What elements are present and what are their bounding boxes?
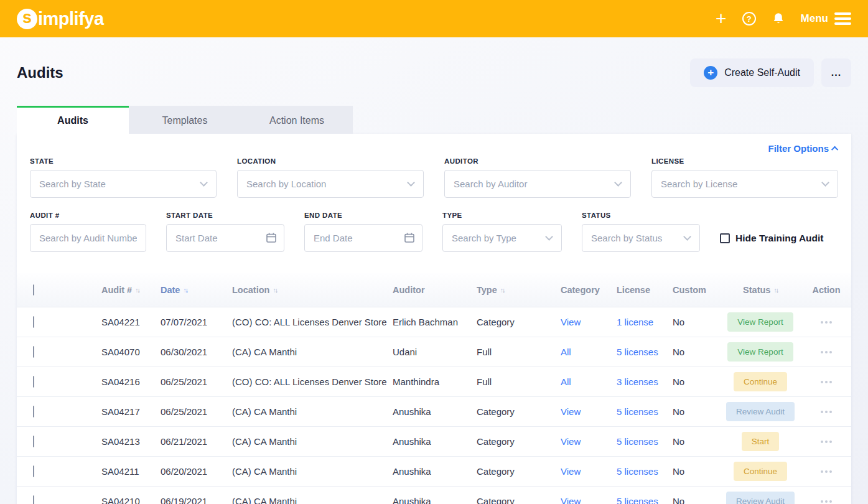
audit-number-cell: SA04211	[101, 466, 161, 477]
sort-icon[interactable]: ↑↓	[500, 287, 505, 294]
sort-icon[interactable]: ↑↓	[183, 287, 187, 294]
location-label: LOCATION	[237, 157, 424, 165]
audit-number-cell: SA04213	[101, 436, 161, 447]
status-button[interactable]: Review Audit	[726, 402, 795, 421]
create-self-audit-button[interactable]: + Create Self-Audit	[690, 58, 814, 87]
row-actions-icon[interactable]	[819, 497, 833, 504]
row-checkbox[interactable]	[33, 316, 34, 328]
status-button[interactable]: View Report	[727, 312, 793, 332]
column-header-status[interactable]: Status ↑↓	[719, 285, 801, 295]
end-date-label: END DATE	[304, 212, 422, 219]
column-header-location[interactable]: Location ↑↓	[232, 285, 393, 295]
category-link[interactable]: View	[561, 406, 581, 417]
type-select[interactable]	[442, 224, 562, 252]
location-cell: (CA) CA Manthi	[232, 406, 393, 417]
hide-training-audit-checkbox[interactable]: Hide Training Audit	[720, 233, 824, 244]
row-actions-icon[interactable]	[819, 467, 833, 477]
row-actions-icon[interactable]	[819, 317, 833, 327]
row-actions-icon[interactable]	[819, 377, 833, 387]
license-link[interactable]: 3 licenses	[617, 376, 658, 387]
category-link[interactable]: View	[561, 436, 581, 447]
tab-templates[interactable]: Templates	[129, 106, 241, 134]
license-link[interactable]: 5 licenses	[617, 436, 658, 447]
brand-logo-icon: s	[17, 9, 37, 29]
license-select[interactable]	[651, 170, 838, 198]
column-header-action: Action	[801, 285, 851, 295]
license-link[interactable]: 5 licenses	[617, 466, 658, 477]
custom-cell: No	[673, 436, 719, 447]
sort-icon[interactable]: ↑↓	[773, 287, 778, 294]
filter-license: LICENSE	[651, 157, 838, 198]
column-header-audit-number[interactable]: Audit # ↑↓	[101, 285, 161, 295]
table-header-row: Audit # ↑↓ Date ↑↓ Location ↑↓ Auditor T…	[17, 273, 851, 307]
column-header-category: Category	[561, 285, 617, 295]
quick-add-icon[interactable]: +	[716, 9, 727, 28]
column-header-date[interactable]: Date ↑↓	[161, 285, 232, 295]
location-cell: (CA) CA Manthi	[232, 347, 393, 357]
license-link[interactable]: 5 licenses	[617, 496, 658, 504]
license-link[interactable]: 1 license	[617, 317, 653, 327]
brand-logo-text: implifya	[38, 9, 104, 29]
auditor-cell: Anushika	[393, 436, 477, 447]
license-link[interactable]: 5 licenses	[617, 406, 658, 417]
audits-table: Audit # ↑↓ Date ↑↓ Location ↑↓ Auditor T…	[17, 273, 851, 504]
date-cell: 06/30/2021	[161, 347, 232, 357]
filter-status: STATUS	[582, 212, 700, 252]
sort-icon[interactable]: ↑↓	[273, 287, 277, 294]
category-link[interactable]: View	[561, 496, 581, 504]
more-options-button[interactable]: ...	[821, 58, 851, 87]
start-date-label: START DATE	[166, 212, 284, 219]
row-actions-icon[interactable]	[819, 437, 833, 447]
type-cell: Category	[477, 436, 561, 447]
row-checkbox[interactable]	[33, 465, 34, 477]
custom-cell: No	[673, 496, 719, 504]
type-cell: Category	[477, 466, 561, 477]
select-all-checkbox[interactable]	[33, 284, 34, 296]
custom-cell: No	[673, 317, 719, 327]
sort-icon[interactable]: ↑↓	[135, 287, 139, 294]
auditor-cell: Anushika	[393, 496, 477, 504]
start-date-input[interactable]	[166, 224, 284, 252]
location-select[interactable]	[237, 170, 424, 198]
filter-state: STATE	[30, 157, 217, 198]
row-checkbox[interactable]	[33, 495, 34, 504]
location-cell: (CA) CA Manthi	[232, 436, 393, 447]
column-header-type[interactable]: Type ↑↓	[477, 285, 561, 295]
notifications-bell-icon[interactable]	[772, 11, 785, 26]
status-button[interactable]: View Report	[727, 342, 793, 362]
filter-options-toggle[interactable]: Filter Options	[768, 143, 839, 154]
end-date-input[interactable]	[304, 224, 422, 252]
row-actions-icon[interactable]	[819, 407, 833, 417]
category-link[interactable]: All	[561, 376, 571, 387]
status-button[interactable]: Review Audit	[726, 492, 795, 504]
row-checkbox[interactable]	[33, 376, 34, 388]
row-checkbox[interactable]	[33, 346, 34, 358]
help-icon[interactable]: ?	[742, 12, 756, 26]
date-cell: 06/20/2021	[161, 466, 232, 477]
category-link[interactable]: View	[561, 466, 581, 477]
category-link[interactable]: View	[561, 317, 581, 327]
audit-number-input[interactable]	[30, 224, 146, 252]
status-button[interactable]: Continue	[734, 372, 787, 391]
tab-action-items[interactable]: Action Items	[241, 106, 353, 134]
tab-audits[interactable]: Audits	[17, 106, 129, 134]
license-link[interactable]: 5 licenses	[617, 347, 658, 357]
menu-button[interactable]: Menu	[801, 12, 851, 25]
auditor-select[interactable]	[444, 170, 631, 198]
table-row: SA04213 06/21/2021 (CA) CA Manthi Anushi…	[17, 427, 851, 457]
row-checkbox[interactable]	[33, 406, 34, 418]
type-cell: Category	[477, 406, 561, 417]
brand-logo[interactable]: s implifya	[17, 9, 104, 29]
row-checkbox[interactable]	[33, 436, 34, 447]
date-cell: 07/07/2021	[161, 317, 232, 327]
date-cell: 06/21/2021	[161, 436, 232, 447]
state-select[interactable]	[30, 170, 217, 198]
status-select[interactable]	[582, 224, 700, 252]
row-actions-icon[interactable]	[819, 347, 833, 357]
category-link[interactable]: All	[561, 347, 571, 357]
checkbox-icon	[720, 233, 730, 243]
location-cell: (CO) CO: ALL Licenses Denver Store	[232, 317, 393, 327]
status-button[interactable]: Continue	[734, 462, 787, 481]
audit-number-cell: SA04217	[101, 406, 161, 417]
status-button[interactable]: Start	[742, 432, 780, 451]
